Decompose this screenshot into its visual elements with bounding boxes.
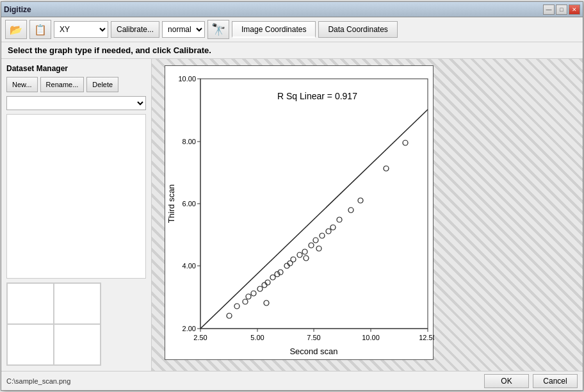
y-label-2: 2.00 xyxy=(182,325,196,332)
instruction-bar: Select the graph type if needed, and cli… xyxy=(1,42,583,59)
x-label-10: 10.00 xyxy=(362,334,380,341)
thumb-cell-4 xyxy=(54,324,101,365)
status-buttons: OK Cancel xyxy=(484,374,578,388)
x-label-12.5: 12.50 xyxy=(419,334,434,341)
window-title: Digitize xyxy=(4,5,31,14)
new-dataset-button[interactable]: New... xyxy=(6,77,38,92)
chart-background xyxy=(200,79,428,329)
rename-dataset-button[interactable]: Rename... xyxy=(40,77,85,92)
paste-button[interactable]: 📋 xyxy=(29,20,51,39)
delete-dataset-button[interactable]: Delete xyxy=(86,77,118,92)
cancel-button[interactable]: Cancel xyxy=(533,374,578,388)
right-panel: 2.00 4.00 6.00 8.00 10.00 2.50 xyxy=(152,59,583,371)
thumb-cell-1 xyxy=(7,283,54,324)
close-button[interactable]: ✕ xyxy=(569,4,580,15)
x-axis-label: Second scan xyxy=(289,347,337,356)
chart-title: R Sq Linear = 0.917 xyxy=(277,91,357,101)
y-label-6: 6.00 xyxy=(182,200,196,208)
paste-icon: 📋 xyxy=(34,24,47,36)
file-path: C:\sample_scan.png xyxy=(6,377,70,385)
binoculars-button[interactable]: 🔭 xyxy=(207,20,229,39)
open-button[interactable]: 📂 xyxy=(5,20,27,39)
calibrate-button[interactable]: Calibrate... xyxy=(111,21,159,38)
thumb-cell-2 xyxy=(54,283,101,324)
y-label-8: 8.00 xyxy=(182,138,196,145)
title-bar: Digitize — □ ✕ xyxy=(1,2,583,17)
main-content: Dataset Manager New... Rename... Delete xyxy=(1,59,583,371)
x-label-5: 5.00 xyxy=(250,334,264,341)
image-coordinates-tab[interactable]: Image Coordinates xyxy=(232,21,316,38)
thumbnail-grid xyxy=(6,282,101,366)
main-window: Digitize — □ ✕ 📂 📋 XY Polar Date/Time Ca… xyxy=(1,1,583,391)
graph-type-select[interactable]: XY Polar Date/Time xyxy=(54,21,108,38)
x-label-7.5: 7.50 xyxy=(307,334,320,341)
toolbar: 📂 📋 XY Polar Date/Time Calibrate... norm… xyxy=(1,17,583,42)
window-controls: — □ ✕ xyxy=(543,4,580,15)
dataset-preview xyxy=(6,114,146,279)
minimize-button[interactable]: — xyxy=(543,4,555,15)
dataset-buttons: New... Rename... Delete xyxy=(6,77,146,92)
ok-button[interactable]: OK xyxy=(484,374,529,388)
dataset-dropdown[interactable] xyxy=(6,96,146,110)
graph-area: 2.00 4.00 6.00 8.00 10.00 2.50 xyxy=(165,65,434,360)
status-bar: C:\sample_scan.png OK Cancel xyxy=(1,371,583,390)
left-panel: Dataset Manager New... Rename... Delete xyxy=(1,59,152,371)
y-label-4: 4.00 xyxy=(182,262,196,270)
open-icon: 📂 xyxy=(10,24,22,36)
mode-select[interactable]: normal zoom pan xyxy=(162,21,205,38)
maximize-button[interactable]: □ xyxy=(556,4,567,15)
y-axis-label: Third scan xyxy=(166,184,176,224)
binoculars-icon: 🔭 xyxy=(211,22,225,37)
thumb-cell-3 xyxy=(7,324,54,365)
chart-svg: 2.00 4.00 6.00 8.00 10.00 2.50 xyxy=(165,66,434,361)
data-coordinates-tab[interactable]: Data Coordinates xyxy=(318,21,397,38)
x-label-2.5: 2.50 xyxy=(193,334,207,341)
dataset-manager-label: Dataset Manager xyxy=(6,64,146,73)
y-label-10: 10.00 xyxy=(178,75,196,83)
